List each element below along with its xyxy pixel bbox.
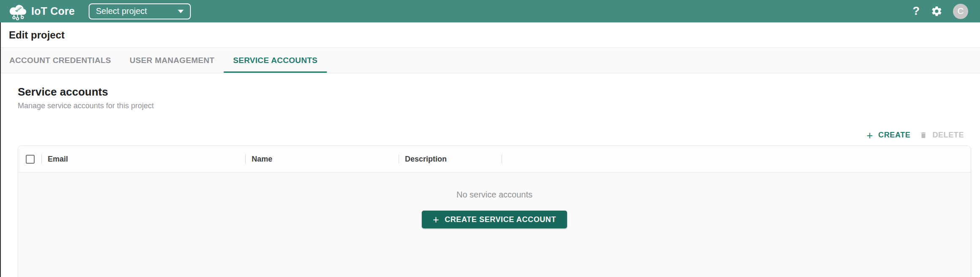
delete-button-label: DELETE bbox=[932, 131, 964, 140]
trash-icon bbox=[920, 131, 927, 140]
window-edge bbox=[0, 22, 1, 277]
service-accounts-table: Email Name Description No service accoun… bbox=[18, 145, 971, 277]
empty-state-text: No service accounts bbox=[456, 190, 532, 200]
section-title: Service accounts bbox=[18, 85, 980, 99]
create-button[interactable]: + CREATE bbox=[866, 131, 910, 140]
avatar-initial: C bbox=[958, 6, 964, 16]
tab-user-management[interactable]: USER MANAGEMENT bbox=[120, 48, 224, 73]
brand-title: IoT Core bbox=[31, 5, 75, 17]
column-divider bbox=[502, 154, 502, 164]
delete-button[interactable]: DELETE bbox=[920, 131, 964, 140]
select-all-checkbox[interactable] bbox=[26, 155, 35, 164]
tab-bar: ACCOUNT CREDENTIALS USER MANAGEMENT SERV… bbox=[0, 48, 980, 73]
section-subtitle: Manage service accounts for this project bbox=[18, 101, 980, 110]
column-header-email[interactable]: Email bbox=[42, 155, 245, 164]
create-button-label: CREATE bbox=[878, 131, 910, 140]
column-header-description[interactable]: Description bbox=[399, 155, 502, 164]
page-title: Edit project bbox=[9, 29, 65, 41]
settings-gear-icon[interactable] bbox=[931, 5, 942, 17]
table-empty-state: No service accounts + CREATE SERVICE ACC… bbox=[18, 173, 971, 228]
create-service-account-button[interactable]: + CREATE SERVICE ACCOUNT bbox=[422, 211, 567, 228]
project-select-label: Select project bbox=[96, 6, 147, 16]
plus-icon: + bbox=[433, 214, 439, 226]
caret-down-icon bbox=[178, 10, 184, 13]
tab-service-accounts[interactable]: SERVICE ACCOUNTS bbox=[224, 48, 327, 73]
page-header: Edit project bbox=[0, 22, 980, 48]
create-service-account-label: CREATE SERVICE ACCOUNT bbox=[445, 215, 556, 224]
plus-icon: + bbox=[866, 131, 873, 140]
main-content: Service accounts Manage service accounts… bbox=[0, 85, 980, 277]
table-toolbar: + CREATE DELETE bbox=[866, 131, 964, 140]
column-header-name[interactable]: Name bbox=[246, 155, 399, 164]
app-bar: IoT Core Select project ? C bbox=[0, 0, 980, 22]
help-icon[interactable]: ? bbox=[913, 5, 920, 18]
user-avatar[interactable]: C bbox=[953, 4, 968, 19]
tab-account-credentials[interactable]: ACCOUNT CREDENTIALS bbox=[0, 48, 120, 73]
iot-core-logo-icon bbox=[8, 2, 27, 21]
project-select-dropdown[interactable]: Select project bbox=[89, 3, 191, 19]
table-header-row: Email Name Description bbox=[18, 146, 971, 173]
